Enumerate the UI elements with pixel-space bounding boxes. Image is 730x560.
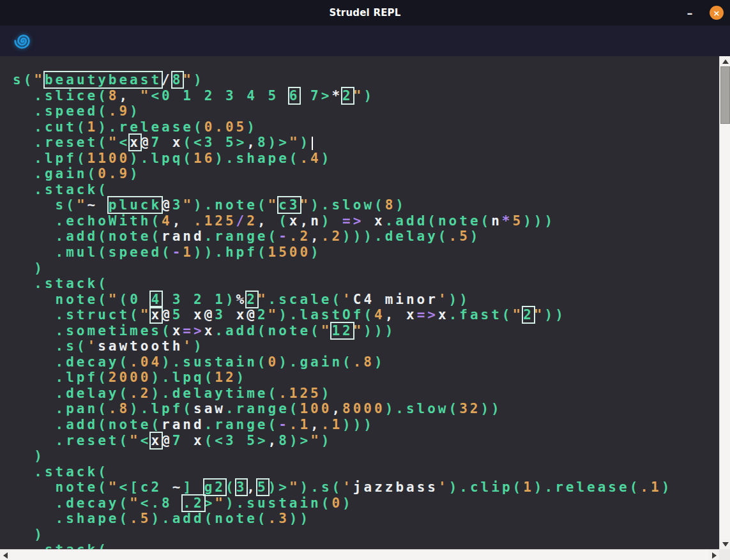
code-token: 2 bbox=[247, 213, 257, 229]
code-token: - bbox=[278, 229, 289, 244]
vertical-scrollbar-thumb[interactable] bbox=[720, 66, 730, 124]
code-token bbox=[13, 261, 34, 276]
code-token: > bbox=[321, 88, 332, 103]
code-token: ))) bbox=[523, 213, 555, 229]
close-button[interactable]: × bbox=[710, 6, 724, 20]
code-editor[interactable]: s("beautybeast/8") .slice(8, "<0 1 2 3 4… bbox=[0, 56, 719, 549]
code-token: sawtooth bbox=[98, 338, 183, 354]
code-token bbox=[13, 135, 34, 150]
code-token: 7 bbox=[151, 135, 172, 150]
scroll-right-button[interactable] bbox=[709, 550, 719, 560]
code-token: ( bbox=[289, 401, 300, 416]
code-token: .delaytime bbox=[162, 386, 268, 401]
code-token: * bbox=[331, 88, 342, 103]
code-token: @ bbox=[141, 135, 151, 150]
code-token: , bbox=[310, 417, 321, 432]
code-token: ] bbox=[183, 480, 194, 495]
code-token: " bbox=[353, 88, 364, 103]
code-token: ))) bbox=[363, 323, 395, 338]
code-token: 3 5 bbox=[225, 433, 257, 448]
close-icon: × bbox=[713, 9, 720, 17]
code-token: ( bbox=[204, 433, 215, 448]
code-token bbox=[13, 527, 34, 542]
code-token: pluck bbox=[109, 197, 162, 213]
code-token: x bbox=[130, 135, 141, 150]
code-line: ) bbox=[13, 527, 719, 543]
code-token: ) bbox=[449, 480, 460, 495]
code-token: ( bbox=[77, 119, 87, 135]
code-token bbox=[363, 213, 374, 229]
code-token: > bbox=[300, 433, 311, 448]
code-token: .2 bbox=[183, 496, 204, 511]
code-token: ) bbox=[34, 448, 45, 464]
code-token: .clip bbox=[459, 480, 512, 495]
code-token: .slow bbox=[395, 401, 448, 416]
scroll-up-button[interactable] bbox=[720, 56, 730, 66]
code-token: ) bbox=[268, 135, 279, 150]
code-token: ( bbox=[130, 307, 141, 322]
code-token bbox=[13, 292, 56, 307]
code-token: .8 bbox=[151, 496, 183, 511]
code-line: .stack( bbox=[13, 464, 719, 480]
code-token: ) bbox=[130, 151, 141, 166]
code-token: < bbox=[119, 480, 130, 495]
code-token: .scale bbox=[268, 292, 332, 307]
code-token: 0.9 bbox=[98, 166, 130, 181]
code-token: )) bbox=[449, 292, 470, 307]
code-token: .stack bbox=[34, 542, 98, 549]
code-token: " bbox=[289, 135, 300, 150]
code-token: 5 bbox=[257, 480, 268, 495]
code-token: .add bbox=[385, 213, 428, 229]
code-token: , bbox=[310, 229, 321, 244]
code-token: ' bbox=[342, 480, 353, 495]
strudel-logo[interactable] bbox=[13, 31, 33, 51]
code-token: 0 bbox=[130, 292, 151, 307]
code-token: 2 bbox=[257, 307, 268, 322]
code-line: .speed(.9) bbox=[13, 103, 719, 119]
code-token: .1 bbox=[321, 417, 342, 432]
code-token: " bbox=[34, 72, 45, 87]
code-token: .mul bbox=[56, 245, 98, 260]
code-token: x bbox=[194, 433, 204, 448]
code-token: ) bbox=[289, 433, 300, 448]
horizontal-scrollbar[interactable] bbox=[0, 549, 719, 560]
code-token: " bbox=[109, 135, 119, 150]
code-token: x bbox=[236, 307, 247, 322]
code-token: .add bbox=[162, 511, 204, 526]
code-token: 12 bbox=[215, 370, 236, 385]
code-token: @ bbox=[247, 307, 257, 322]
scroll-down-button[interactable] bbox=[720, 539, 730, 549]
code-token: ( bbox=[332, 480, 343, 495]
code-token: ( bbox=[98, 542, 109, 549]
code-token: .cut bbox=[34, 119, 77, 135]
code-token: ( bbox=[342, 354, 353, 370]
code-token: )) bbox=[480, 401, 501, 416]
code-token: ' bbox=[438, 480, 449, 495]
code-token: ( bbox=[151, 229, 162, 244]
code-token: " bbox=[268, 197, 279, 213]
code-token: .lpq bbox=[141, 151, 183, 166]
arrow-left-icon bbox=[3, 552, 8, 559]
code-token: .add bbox=[56, 229, 98, 244]
title-bar: Strudel REPL – × bbox=[0, 0, 730, 26]
code-token: note bbox=[215, 511, 257, 526]
code-token: ( bbox=[98, 276, 109, 291]
code-token: " bbox=[130, 496, 141, 511]
scroll-left-button[interactable] bbox=[0, 550, 10, 560]
code-token: " bbox=[353, 323, 364, 338]
code-token: ( bbox=[162, 323, 172, 338]
code-token: - bbox=[278, 417, 289, 432]
code-token bbox=[13, 338, 56, 354]
code-token: )) bbox=[289, 511, 310, 526]
code-line: .add(note(rand.range(-.2,.2))).delay(.5) bbox=[13, 229, 719, 245]
code-token: .4 bbox=[300, 151, 321, 166]
code-token: note bbox=[56, 292, 98, 307]
code-token: .speed bbox=[34, 103, 98, 119]
vertical-scrollbar[interactable] bbox=[719, 56, 730, 549]
code-token: ( bbox=[66, 197, 77, 213]
code-token: .add bbox=[215, 323, 257, 338]
code-token: @ bbox=[162, 433, 172, 448]
code-token bbox=[13, 182, 34, 197]
minimize-button[interactable]: – bbox=[680, 0, 699, 26]
code-token: ( bbox=[513, 480, 524, 495]
